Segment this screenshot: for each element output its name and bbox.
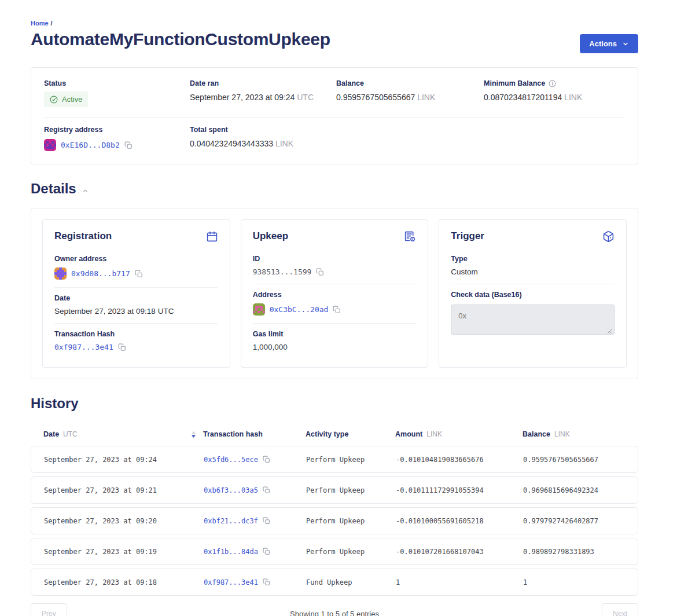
- copy-icon[interactable]: [333, 306, 341, 314]
- registry-address-field: Registry address 0xE16D...D8b2: [44, 126, 190, 151]
- column-header-tx-hash: Transaction hash: [203, 430, 306, 438]
- balance-column-label: Balance: [523, 430, 550, 438]
- registration-date-value: September 27, 2023 at 09:18 UTC: [54, 307, 218, 316]
- transaction-hash-label: Transaction Hash: [54, 330, 218, 338]
- copy-icon[interactable]: [135, 270, 143, 278]
- column-header-date[interactable]: Date UTC: [43, 430, 203, 438]
- check-circle-icon: [50, 96, 58, 104]
- copy-icon[interactable]: [263, 548, 270, 555]
- min-balance-field: Minimum Balance 0.0870234817201194 LINK: [484, 79, 625, 107]
- copy-icon[interactable]: [263, 486, 270, 494]
- balance-field: Balance 0.9595767505655667 LINK: [336, 79, 484, 107]
- upkeep-identicon: [253, 303, 265, 316]
- column-header-amount: AmountLINK: [395, 430, 523, 438]
- transaction-hash-link[interactable]: 0xb6f3...03a5: [204, 486, 258, 494]
- date-column-unit: UTC: [63, 430, 78, 438]
- trigger-type-label: Type: [451, 255, 615, 263]
- row-amount: -0.010111172991055394: [396, 486, 523, 494]
- table-row: September 27, 2023 at 09:19 0x1f1b...84d…: [31, 538, 638, 565]
- date-ran-suffix: UTC: [297, 93, 314, 102]
- trigger-title: Trigger: [451, 230, 484, 242]
- history-heading: History: [31, 395, 638, 412]
- check-data-input[interactable]: [451, 305, 615, 335]
- prev-button[interactable]: Prev: [31, 603, 67, 616]
- registration-title: Registration: [54, 230, 112, 242]
- status-field: Status Active: [44, 79, 190, 107]
- breadcrumb-home-link[interactable]: Home: [31, 20, 49, 27]
- details-panel: Registration Owner address 0x9d08...b717: [31, 208, 638, 379]
- copy-icon[interactable]: [118, 343, 126, 351]
- registry-address-link[interactable]: 0xE16D...D8b2: [61, 141, 120, 149]
- row-activity: Fund Upkeep: [306, 578, 396, 586]
- info-icon[interactable]: [549, 80, 556, 87]
- row-amount: -0.010107201668107043: [396, 548, 523, 556]
- copy-icon[interactable]: [263, 517, 270, 525]
- total-spent-unit: LINK: [275, 139, 293, 148]
- owner-address-link[interactable]: 0x9d08...b717: [71, 269, 130, 278]
- row-date: September 27, 2023 at 09:19: [44, 548, 204, 556]
- copy-icon[interactable]: [124, 141, 133, 149]
- pagination-summary: Showing 1 to 5 of 5 entries: [290, 610, 379, 616]
- calendar-icon: [206, 230, 218, 243]
- date-ran-label: Date ran: [190, 79, 336, 87]
- registration-date-label: Date: [54, 294, 218, 302]
- copy-icon[interactable]: [316, 268, 324, 276]
- upkeep-id-section: ID 938513...1599: [253, 248, 417, 284]
- date-ran-value: September 27, 2023 at 09:24: [190, 93, 295, 102]
- resize-grip-icon: [607, 329, 612, 334]
- summary-divider: [44, 117, 625, 118]
- trigger-type-value: Custom: [451, 267, 615, 276]
- row-amount: 1: [396, 578, 523, 586]
- breadcrumb-separator: /: [51, 20, 53, 27]
- copy-icon[interactable]: [263, 456, 270, 463]
- transaction-hash-link[interactable]: 0xf987...3e41: [204, 578, 258, 586]
- status-label: Status: [44, 79, 190, 87]
- actions-button-label: Actions: [589, 39, 617, 48]
- min-balance-unit: LINK: [564, 93, 582, 102]
- transaction-hash-link[interactable]: 0x1f1b...84da: [204, 548, 258, 556]
- gas-limit-value: 1,000,000: [253, 343, 417, 351]
- status-value: Active: [62, 95, 82, 104]
- row-balance: 0.989892798331893: [523, 548, 625, 556]
- collapse-caret-icon[interactable]: [82, 188, 89, 194]
- transaction-hash-link[interactable]: 0xbf21...dc3f: [204, 517, 258, 525]
- actions-button[interactable]: Actions: [580, 34, 638, 53]
- upkeep-id-label: ID: [253, 255, 417, 263]
- balance-label: Balance: [336, 79, 484, 87]
- row-activity: Perform Upkeep: [306, 456, 396, 464]
- row-amount: -0.010100055691605218: [396, 517, 523, 525]
- balance-unit: LINK: [417, 93, 435, 102]
- next-button[interactable]: Next: [602, 603, 638, 616]
- summary-card: Status Active Date ran September 27, 202…: [31, 67, 638, 164]
- upkeep-address-link[interactable]: 0xC3bC...20ad: [270, 305, 329, 314]
- history-rows: September 27, 2023 at 09:24 0x5fd6...5ec…: [31, 446, 638, 596]
- amount-column-unit: LINK: [426, 430, 442, 438]
- cube-icon: [602, 230, 615, 243]
- transaction-hash-section: Transaction Hash 0xf987...3e41: [54, 323, 218, 359]
- upkeep-id-value: 938513...1599: [253, 267, 312, 276]
- total-spent-value: 0.04042324943443333: [190, 139, 273, 148]
- chevron-down-icon: [622, 41, 629, 47]
- balance-column-unit: LINK: [554, 430, 570, 438]
- total-spent-field: Total spent 0.04042324943443333 LINK: [190, 126, 336, 151]
- transaction-hash-link[interactable]: 0x5fd6...5ece: [204, 456, 258, 464]
- date-column-label: Date: [43, 430, 59, 438]
- trigger-type-section: Type Custom: [451, 248, 615, 284]
- page-title: AutomateMyFunctionCustomUpkeep: [31, 30, 330, 49]
- pagination: Prev Showing 1 to 5 of 5 entries Next: [31, 603, 638, 616]
- min-balance-label: Minimum Balance: [484, 79, 545, 87]
- activity-column-label: Activity type: [306, 430, 348, 438]
- column-header-balance: BalanceLINK: [523, 430, 626, 438]
- copy-icon[interactable]: [263, 578, 270, 586]
- check-data-section: Check data (Base16): [451, 284, 615, 344]
- page-content: Home/ AutomateMyFunctionCustomUpkeep Act…: [31, 0, 638, 616]
- amount-column-label: Amount: [395, 430, 422, 438]
- table-row: September 27, 2023 at 09:20 0xbf21...dc3…: [31, 507, 638, 534]
- table-row: September 27, 2023 at 09:24 0x5fd6...5ec…: [31, 446, 638, 473]
- sort-icon[interactable]: [191, 431, 196, 438]
- history-table-header: Date UTC Transaction hash Activity type …: [31, 430, 638, 438]
- upkeep-address-label: Address: [253, 291, 417, 299]
- column-header-activity: Activity type: [306, 430, 395, 438]
- registration-tx-link[interactable]: 0xf987...3e41: [54, 343, 113, 351]
- registration-card: Registration Owner address 0x9d08...b717: [42, 219, 230, 368]
